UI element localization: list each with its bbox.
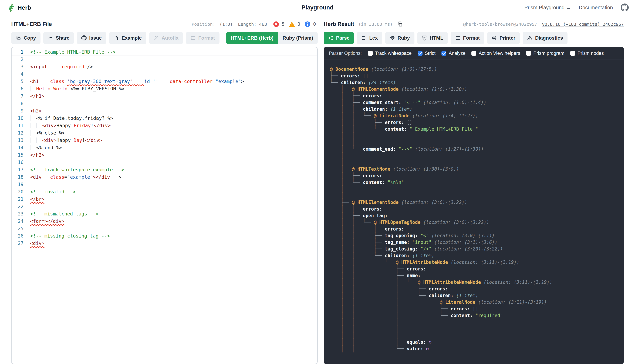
option-label: Prism program (533, 50, 564, 56)
parse-timing: (in 33.00 ms) (358, 22, 393, 27)
format-button[interactable]: Format (186, 32, 219, 44)
checkbox-unchecked-icon[interactable] (570, 51, 575, 56)
autofix-button[interactable]: Autofix (149, 32, 183, 44)
tree-line: │ │ (330, 139, 624, 146)
herb-leaf-logo-icon (6, 3, 15, 12)
line-number: 10 (12, 114, 30, 122)
button-label: HTML+ERB (Herb) (231, 35, 273, 41)
button-label: Copy (24, 35, 36, 41)
checkbox-unchecked-icon[interactable] (471, 51, 476, 56)
code-line-20: 20<!-- invalid --> (12, 188, 317, 196)
tree-line: │ (330, 186, 624, 192)
copy-result-icon[interactable] (397, 21, 403, 27)
tree-line: │ (330, 159, 624, 166)
line-number: 18 (12, 174, 30, 181)
format-result-button[interactable]: Format (451, 32, 484, 44)
info-badge-icon (304, 21, 311, 27)
code-line-10: 10 <% if Date.today.friday? %> (12, 114, 317, 122)
line-number: 12 (12, 129, 30, 137)
tree-line: │ │ └── value: ∅ (330, 346, 624, 352)
editor-tabs: HTML+ERB (Herb)Ruby (Prism) (226, 32, 318, 44)
code-line-22: 22 (12, 203, 317, 210)
result-toolbar: ParseLexRubyHTMLFormatPrinterDiagnostics (324, 32, 624, 44)
prism-playground-link[interactable]: Prism Playground → (524, 5, 571, 10)
tree-line: │ │ └── content: " Example HTML+ERB File… (330, 126, 624, 132)
parse-button[interactable]: Parse (324, 32, 354, 44)
code-line-4: 4 (12, 70, 317, 78)
printer-button[interactable]: Printer (487, 32, 520, 44)
parser-option-action-view-helpers[interactable]: Action View helpers (471, 50, 520, 56)
code-line-14: 14 <% end %> (12, 144, 317, 151)
code-line-23: 23<!-- mismatched tags --> (12, 210, 317, 218)
issue-button[interactable]: Issue (77, 32, 106, 44)
tab-html-erb-herb[interactable]: HTML+ERB (Herb) (226, 32, 278, 44)
error-count: 5 (282, 22, 284, 27)
result-panel-title: Herb Result (324, 21, 354, 27)
brand-name: Herb (18, 4, 31, 11)
build-info: @herb-tools/browser@2402c957 (463, 22, 537, 27)
tree-icon (328, 36, 334, 41)
line-number: 11 (12, 122, 30, 129)
code-line-12: 12 <% else %> (12, 129, 317, 137)
checkbox-checked-icon[interactable] (418, 51, 423, 56)
parser-option-prism-nodes[interactable]: Prism nodes (570, 50, 604, 56)
code-line-26: 26<!-- missing closing tag --> (12, 232, 317, 240)
line-number: 26 (12, 232, 30, 240)
diagnostics-button[interactable]: Diagnostics (523, 32, 567, 44)
button-label: Diagnostics (535, 35, 563, 41)
info-count: 0 (313, 22, 316, 27)
result-panel: Herb Result (in 33.00 ms) @herb-tools/br… (324, 16, 624, 364)
lex-button[interactable]: Lex (357, 32, 382, 44)
tree-line: │ (330, 152, 624, 159)
parser-option-analyze[interactable]: Analyze (441, 50, 465, 56)
wand-icon (154, 36, 159, 41)
line-number: 5 (12, 78, 30, 85)
ast-tree: @ DocumentNode (location: (1:0)-(27:5))├… (324, 60, 624, 364)
code-line-27: 27<div> (12, 240, 317, 247)
copy-button[interactable]: Copy (11, 32, 41, 44)
checkbox-unchecked-icon[interactable] (526, 51, 531, 56)
parser-option-track-whitespace[interactable]: Track whitespace (368, 50, 412, 56)
tree-line: │ ├── open_tag: (330, 212, 624, 219)
ruby-button[interactable]: Ruby (385, 32, 414, 44)
checkbox-checked-icon[interactable] (441, 51, 446, 56)
button-label: Ruby (Prism) (283, 35, 313, 41)
tree-line: │ └── content: "\n\n" (330, 179, 624, 186)
line-number: 1 (12, 48, 30, 56)
code-line-18: 18<div class="example"></div > (12, 174, 317, 181)
line-number: 22 (12, 203, 30, 210)
copy-icon (16, 36, 21, 41)
code-line-17: 17<!-- Track whitespace example --> (12, 166, 317, 174)
line-number: 17 (12, 166, 30, 174)
version-link[interactable]: v0.8.10 (+183 commits) 2402c957 (542, 22, 624, 27)
github-icon[interactable] (621, 4, 629, 12)
tab-ruby-prism[interactable]: Ruby (Prism) (278, 32, 318, 44)
parser-option-strict[interactable]: Strict (418, 50, 436, 56)
fmt-icon (455, 36, 460, 41)
parser-option-prism-program[interactable]: Prism program (526, 50, 564, 56)
tree-line: └── children: (24 items) (330, 79, 624, 86)
parser-options-label: Parser Options: (329, 50, 362, 56)
error-badge-icon (273, 21, 279, 27)
code-line-13: 13 <div>Happy Day!</div> (12, 137, 317, 144)
checkbox-unchecked-icon[interactable] (368, 51, 373, 56)
tree-line: ├── @ HTMLElementNode (location: (3:0)-(… (330, 199, 624, 206)
line-number: 21 (12, 196, 30, 203)
line-number: 9 (12, 107, 30, 114)
button-label: Parse (336, 35, 350, 41)
line-number: 8 (12, 100, 30, 107)
line-number: 4 (12, 70, 30, 78)
code-editor[interactable]: 1<!-- Example HTML+ERB File -->23<input … (11, 47, 318, 364)
line-number: 27 (12, 240, 30, 247)
line-number: 16 (12, 159, 30, 166)
app-header: Herb Playground Prism Playground → Docum… (0, 0, 635, 16)
share-button[interactable]: Share (43, 32, 74, 44)
brand[interactable]: Herb (6, 3, 31, 12)
tree-line: │ (330, 192, 624, 199)
documentation-link[interactable]: Documentation (579, 5, 613, 10)
source-panel-title: HTML+ERB File (11, 21, 52, 27)
html-button[interactable]: HTML (417, 32, 448, 44)
warning-count: 0 (297, 22, 300, 27)
tree-line: ├── @ HTMLTextNode (location: (1:30)-(3:… (330, 166, 624, 172)
example-button[interactable]: Example (109, 32, 146, 44)
